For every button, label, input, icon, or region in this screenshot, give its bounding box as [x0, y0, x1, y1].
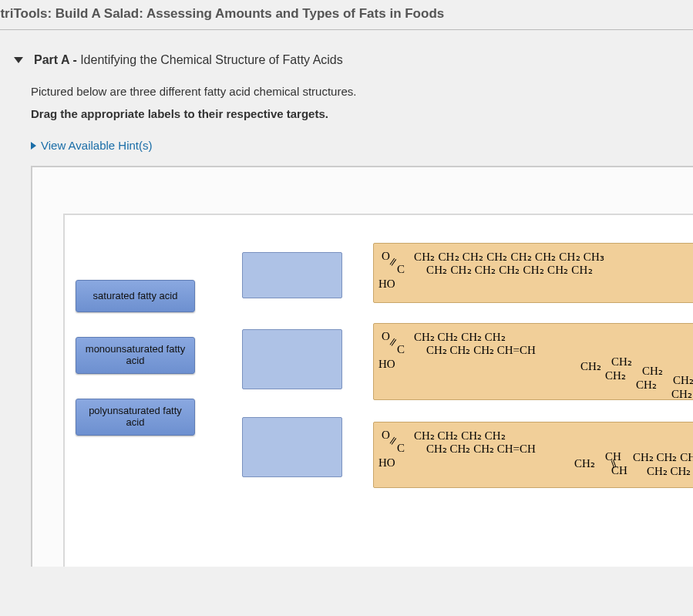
ho-group: HO	[378, 456, 395, 470]
instructions-block: Pictured below are three different fatty…	[0, 81, 693, 125]
drop-target-1[interactable]	[242, 252, 342, 298]
ho-group: HO	[378, 278, 395, 291]
poly-tail-d: CH₂ CH₂ CH₂	[633, 450, 693, 464]
drop-target-2[interactable]	[242, 329, 342, 389]
caret-right-icon	[31, 142, 36, 150]
poly-tail-e: CH₂ CH₂	[647, 464, 691, 478]
poly-chain-top: CH₂ CH₂ CH₂ CH₂	[414, 429, 506, 443]
structure-polyunsaturated: O ═ C HO CH₂ CH₂ CH₂ CH₂ CH₂ CH₂ CH₂ CH=…	[373, 422, 693, 488]
mono-tail-e: CH₂	[636, 378, 657, 392]
part-title-text: Identifying the Chemical Structure of Fa…	[80, 53, 343, 66]
label-monounsaturated[interactable]: monounsaturated fatty acid	[76, 337, 195, 374]
instruction-line-1: Pictured below are three different fatty…	[31, 81, 693, 103]
structure-saturated: O ═ C HO CH₂ CH₂ CH₂ CH₂ CH₂ CH₂ CH₂ CH₃…	[373, 243, 693, 303]
activity-canvas: saturated fatty acid monounsaturated fat…	[31, 166, 693, 567]
mono-tail-a: CH₂	[580, 359, 601, 373]
instruction-line-2: Drag the appropriate labels to their res…	[31, 103, 693, 126]
c-atom: C	[397, 343, 405, 356]
drag-area: saturated fatty acid monounsaturated fat…	[63, 214, 693, 567]
mono-chain-mid: CH₂ CH₂ CH₂ CH=CH	[426, 343, 536, 357]
caret-down-icon	[14, 57, 23, 63]
label-saturated[interactable]: saturated fatty acid	[76, 280, 195, 312]
mono-tail-d: CH₂	[642, 364, 663, 378]
c-atom: C	[397, 263, 405, 276]
mono-tail-f: CH₂	[673, 373, 693, 387]
poly-chain-mid: CH₂ CH₂ CH₂ CH=CH	[426, 442, 536, 456]
drop-target-3[interactable]	[242, 417, 342, 477]
mono-chain-top: CH₂ CH₂ CH₂ CH₂	[414, 330, 506, 344]
part-a-header[interactable]: Part A - Identifying the Chemical Struct…	[0, 30, 693, 81]
structure-monounsaturated: O ═ C HO CH₂ CH₂ CH₂ CH₂ CH₂ CH₂ CH₂ CH=…	[373, 323, 693, 400]
poly-tail-a: CH₂	[574, 456, 595, 470]
sat-chain-top: CH₂ CH₂ CH₂ CH₂ CH₂ CH₂ CH₂ CH₃	[414, 250, 604, 264]
part-prefix: Part A -	[34, 53, 80, 66]
mono-tail-c: CH₂	[605, 369, 626, 382]
poly-tail-c: CH	[611, 464, 627, 477]
mono-tail-b: CH₂	[611, 355, 632, 369]
hints-text: View Available Hint(s)	[41, 139, 153, 152]
ho-group: HO	[378, 358, 395, 371]
sat-chain-bot: CH₂ CH₂ CH₂ CH₂ CH₂ CH₂ CH₂	[426, 263, 593, 277]
mono-tail-g: CH₂	[671, 387, 692, 400]
c-atom: C	[397, 442, 405, 455]
view-hints-link[interactable]: View Available Hint(s)	[0, 125, 693, 152]
part-a-label: Part A - Identifying the Chemical Struct…	[34, 53, 343, 67]
page-title: utriTools: Build A Salad: Assessing Amou…	[0, 0, 693, 30]
label-polyunsaturated[interactable]: polyunsaturated fatty acid	[76, 399, 195, 436]
